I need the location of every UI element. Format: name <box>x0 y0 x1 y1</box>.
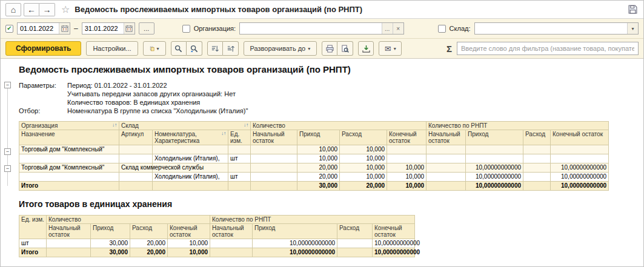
cell[interactable] <box>427 182 466 191</box>
cell[interactable] <box>19 173 119 182</box>
cell[interactable]: 20,000 <box>297 173 340 182</box>
col-header[interactable]: Назначение <box>19 130 119 145</box>
col-header[interactable]: Расход <box>130 224 168 239</box>
cell[interactable] <box>19 154 119 163</box>
cell[interactable] <box>228 182 251 191</box>
col-header-quantity-rnpt[interactable]: Количество по РНПТ <box>210 216 415 224</box>
cell[interactable]: 10,000 <box>340 145 387 154</box>
col-header[interactable]: Расход <box>523 130 551 145</box>
col-header-quantity[interactable]: Количество <box>251 122 427 130</box>
organization-input[interactable] <box>240 25 382 32</box>
cell[interactable] <box>153 182 228 191</box>
cell[interactable]: Холодильник (Италия), <box>153 173 228 182</box>
cell[interactable] <box>523 163 551 173</box>
cell[interactable] <box>387 154 427 163</box>
cell[interactable]: 30,000 <box>297 182 340 191</box>
warehouse-input[interactable] <box>475 25 628 32</box>
expand-levels-button[interactable] <box>223 41 239 56</box>
cell[interactable] <box>523 173 551 182</box>
find-next-button[interactable] <box>187 41 202 56</box>
col-header[interactable]: Конечный остаток <box>387 130 427 145</box>
date-to-input[interactable] <box>82 25 124 32</box>
cell[interactable] <box>47 248 91 257</box>
cell[interactable]: 30,000 <box>91 239 130 248</box>
expand-to-button[interactable]: Разворачивать до ▾ <box>244 41 317 56</box>
back-button[interactable]: ← <box>24 3 39 16</box>
col-header[interactable]: Конечный остаток <box>551 130 609 145</box>
cell[interactable]: 10,00000000000 <box>253 239 337 248</box>
col-header[interactable]: Номенклатура, Характеристика↓↑ <box>153 130 228 145</box>
warehouse-dropdown-button[interactable]: ▾ <box>627 23 638 34</box>
col-header[interactable]: Артикул <box>119 130 153 145</box>
col-header[interactable]: Приход <box>253 224 337 239</box>
cell[interactable]: 10,000 <box>387 173 427 182</box>
col-header[interactable]: Конечный остаток <box>168 224 210 239</box>
col-header[interactable]: Начальный остаток <box>47 224 91 239</box>
cell[interactable] <box>119 154 153 163</box>
save-report-button[interactable] <box>358 41 374 56</box>
cell[interactable] <box>119 145 153 154</box>
cell[interactable] <box>210 248 253 257</box>
date-from-calendar-button[interactable] <box>59 23 70 34</box>
col-header-warehouse[interactable]: Склад↓↑ <box>119 122 251 130</box>
cell[interactable] <box>251 163 297 173</box>
cell[interactable] <box>337 239 373 248</box>
cell[interactable] <box>119 182 153 191</box>
col-header-organization[interactable]: Организация↓↑ <box>19 122 119 130</box>
cell[interactable]: 10,000 <box>387 182 427 191</box>
group-collapse-button[interactable]: − <box>4 148 11 155</box>
cell[interactable] <box>466 154 523 163</box>
report-variants-button[interactable]: ▾ <box>143 41 166 56</box>
period-checkbox[interactable]: ✔ <box>5 25 13 33</box>
print-preview-button[interactable] <box>337 41 353 56</box>
cell[interactable] <box>466 145 523 154</box>
cell[interactable] <box>251 182 297 191</box>
save-icon[interactable] <box>627 4 639 15</box>
col-header[interactable]: Расход <box>337 224 373 239</box>
cell[interactable] <box>523 182 551 191</box>
cell[interactable] <box>210 239 253 248</box>
organization-clear-button[interactable]: × <box>393 23 403 34</box>
cell[interactable] <box>228 163 251 173</box>
cell[interactable]: 10,00000000000 <box>253 248 337 257</box>
cell[interactable]: шт <box>19 239 47 248</box>
quick-filter-input[interactable] <box>457 42 639 55</box>
cell[interactable]: 10,000 <box>340 163 387 173</box>
cell[interactable]: 10,000 <box>340 154 387 163</box>
cell[interactable]: 10,00000000000 <box>466 182 523 191</box>
cell[interactable]: Холодильник (Италия), <box>153 154 228 163</box>
cell[interactable] <box>427 154 466 163</box>
cell[interactable] <box>427 173 466 182</box>
forward-button[interactable]: → <box>39 3 55 16</box>
print-button[interactable] <box>322 41 337 56</box>
cell[interactable]: 20,000 <box>130 248 168 257</box>
col-header-quantity-rnpt[interactable]: Количество по РНПТ <box>427 122 609 130</box>
cell[interactable] <box>153 145 228 154</box>
cell[interactable] <box>523 154 551 163</box>
cell[interactable]: 20,000 <box>297 163 340 173</box>
collapse-levels-button[interactable] <box>207 41 223 56</box>
cell[interactable]: 20,000 <box>340 182 387 191</box>
col-header-quantity[interactable]: Количество <box>47 216 210 224</box>
cell[interactable] <box>387 145 427 154</box>
group-collapse-button[interactable]: − <box>4 165 11 172</box>
cell[interactable]: Склад коммерческой службы <box>119 163 153 173</box>
cell[interactable]: 10,00000000000 <box>466 163 523 173</box>
cell[interactable]: 10,000 <box>297 154 340 163</box>
cell[interactable]: 10,00000000000 <box>373 248 415 257</box>
cell[interactable]: 10,000 <box>340 173 387 182</box>
cell[interactable] <box>551 154 609 163</box>
cell[interactable]: 10,00000000000 <box>466 173 523 182</box>
date-to-calendar-button[interactable] <box>124 23 134 34</box>
sort-icon[interactable]: ↓↑ <box>244 122 248 128</box>
cell[interactable]: 30,000 <box>91 248 130 257</box>
period-more-button[interactable]: ... <box>139 22 154 35</box>
col-header[interactable]: Приход <box>91 224 130 239</box>
cell[interactable]: 10,000 <box>168 248 210 257</box>
favorite-star-icon[interactable]: ☆ <box>61 4 70 15</box>
col-header[interactable]: Приход <box>466 130 523 145</box>
settings-button[interactable]: Настройки... <box>86 41 138 56</box>
send-email-button[interactable]: ✉ ▾ <box>379 41 402 56</box>
cell[interactable] <box>337 248 373 257</box>
cell[interactable] <box>119 173 153 182</box>
